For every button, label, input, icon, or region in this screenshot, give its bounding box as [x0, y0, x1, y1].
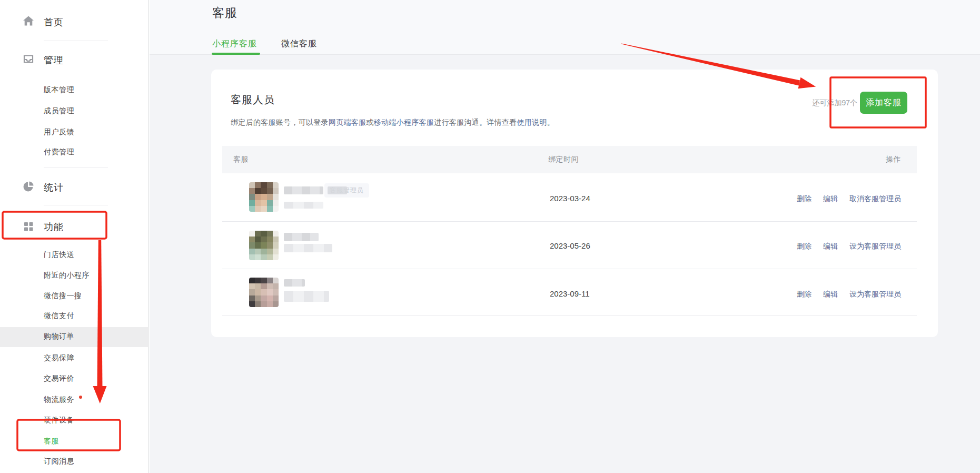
- bind-date: 2023-09-11: [550, 289, 590, 298]
- sidebar-item-trade-review[interactable]: 交易评价: [44, 374, 74, 383]
- row-actions: 删除 编辑 取消客服管理员: [797, 194, 901, 204]
- customer-service-panel: 客服人员 绑定后的客服账号，可以登录网页端客服或移动端小程序客服进行客服沟通。详…: [211, 70, 938, 337]
- set-admin-link[interactable]: 设为客服管理员: [849, 242, 901, 251]
- divider: [44, 41, 108, 41]
- sidebar-item-store-delivery[interactable]: 门店快送: [44, 250, 74, 260]
- desc-text: 或: [366, 118, 373, 126]
- sidebar-item-wechat-pay[interactable]: 微信支付: [44, 311, 74, 321]
- active-tab-underline: [212, 53, 260, 55]
- home-icon: [22, 15, 35, 27]
- new-feature-dot: [79, 396, 82, 399]
- table-header: 客服 绑定时间 操作: [222, 146, 917, 173]
- desc-text: 进行客服沟通。详情查看: [434, 118, 517, 126]
- main-content: 客服 小程序客服 微信客服 客服人员 绑定后的客服账号，可以登录网页端客服或移动…: [150, 0, 980, 473]
- edit-link[interactable]: 编辑: [823, 194, 838, 204]
- web-service-link[interactable]: 网页端客服: [329, 118, 367, 126]
- row-separator: [222, 221, 917, 222]
- row-actions: 删除 编辑 设为客服管理员: [797, 242, 901, 251]
- redacted-name: [284, 186, 323, 194]
- row-separator: [222, 315, 917, 316]
- desc-text: 绑定后的客服账号，可以登录: [231, 118, 329, 126]
- sidebar-item-version[interactable]: 版本管理: [44, 85, 74, 95]
- bind-date: 2023-05-26: [550, 241, 590, 250]
- column-header-actions: 操作: [886, 155, 901, 164]
- redacted-name: [284, 279, 305, 287]
- remaining-quota-text: 还可添加97个: [812, 98, 857, 108]
- grid-icon: [22, 220, 35, 233]
- avatar: [249, 182, 279, 212]
- redacted-name: [284, 233, 319, 241]
- mobile-miniprogram-service-link[interactable]: 移动端小程序客服: [374, 118, 434, 126]
- sidebar-item-wechat-search[interactable]: 微信搜一搜: [44, 291, 82, 301]
- avatar: [249, 231, 279, 260]
- delete-link[interactable]: 删除: [797, 242, 811, 251]
- page-title: 客服: [212, 5, 237, 21]
- sidebar-item-stats[interactable]: 统计: [44, 181, 64, 194]
- delete-link[interactable]: 删除: [797, 290, 811, 299]
- page-header: 客服 小程序客服 微信客服: [150, 0, 980, 55]
- divider: [44, 167, 108, 167]
- sidebar-item-customer-service[interactable]: 客服: [44, 437, 59, 446]
- row-separator: [222, 269, 917, 269]
- sidebar-item-hardware[interactable]: 硬件设备: [44, 416, 74, 425]
- redacted-subtext: [284, 202, 323, 209]
- sidebar-item-payment-manage[interactable]: 付费管理: [44, 147, 74, 157]
- delete-link[interactable]: 删除: [797, 194, 811, 204]
- usage-instructions-link[interactable]: 使用说明: [517, 118, 547, 126]
- redacted-subtext: [284, 244, 332, 252]
- tab-wechat-service[interactable]: 微信客服: [281, 38, 317, 50]
- pie-chart-icon: [22, 180, 35, 193]
- set-admin-link[interactable]: 设为客服管理员: [849, 290, 901, 299]
- cancel-admin-link[interactable]: 取消客服管理员: [849, 194, 901, 204]
- divider: [44, 205, 108, 205]
- redacted-subtext: [284, 291, 329, 302]
- sidebar-item-logistics[interactable]: 物流服务: [44, 395, 74, 405]
- sidebar: 首页 管理 版本管理 成员管理 用户反馈 付费管理 统计 功能 门店快送 附近的…: [0, 0, 149, 473]
- desc-text: 。: [547, 118, 555, 126]
- panel-heading: 客服人员: [231, 93, 275, 107]
- admin-badge: 客服管理员: [324, 183, 369, 198]
- edit-link[interactable]: 编辑: [823, 242, 838, 251]
- bind-date: 2023-03-24: [550, 194, 590, 203]
- sidebar-item-home[interactable]: 首页: [44, 16, 64, 28]
- sidebar-item-features[interactable]: 功能: [44, 221, 64, 233]
- sidebar-item-feedback[interactable]: 用户反馈: [44, 127, 74, 137]
- avatar: [249, 278, 279, 307]
- add-customer-service-button[interactable]: 添加客服: [860, 92, 907, 114]
- sidebar-highlight-band: [0, 327, 149, 347]
- inbox-icon: [22, 53, 35, 65]
- sidebar-item-nearby-miniprogram[interactable]: 附近的小程序: [44, 271, 90, 280]
- row-actions: 删除 编辑 设为客服管理员: [797, 290, 901, 299]
- tab-miniprogram-service[interactable]: 小程序客服: [212, 38, 257, 50]
- column-header-service: 客服: [233, 155, 249, 164]
- sidebar-item-subscribe-message[interactable]: 订阅消息: [44, 457, 74, 466]
- sidebar-item-manage[interactable]: 管理: [44, 54, 64, 66]
- admin-badge-label: 客服管理员: [330, 186, 364, 195]
- column-header-bind-time: 绑定时间: [548, 155, 579, 164]
- edit-link[interactable]: 编辑: [823, 290, 838, 299]
- sidebar-item-members[interactable]: 成员管理: [44, 106, 74, 116]
- panel-description: 绑定后的客服账号，可以登录网页端客服或移动端小程序客服进行客服沟通。详情查看使用…: [231, 118, 555, 127]
- sidebar-item-trade-guarantee[interactable]: 交易保障: [44, 353, 74, 363]
- sidebar-item-shopping-orders[interactable]: 购物订单: [44, 332, 74, 341]
